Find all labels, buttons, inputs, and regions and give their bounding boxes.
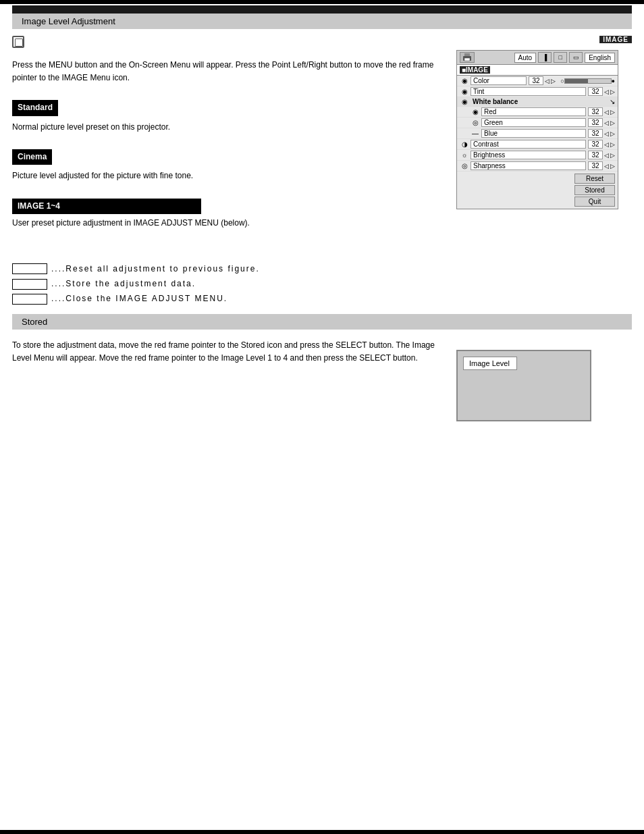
second-left: To store the adjustment data, move the r… [12,336,456,421]
icon-btn-2[interactable]: □ [554,52,567,63]
brightness-num: 32 [588,151,603,159]
wb-label: White balance [471,98,606,105]
legend-dots-3: ....Close the IMAGE ADJUST MENU. [51,292,227,305]
green-row: ◎ Green 32 ◁ ▷ [457,118,618,128]
color-arrow-right[interactable]: ▷ [551,78,556,84]
image-top-tag: IMAGE [599,36,632,43]
main-content: Press the MENU button and the On-Screen … [12,29,632,307]
blue-arrow-right[interactable]: ▷ [610,130,615,137]
progress-bar [564,78,612,84]
contrast-arrow-right[interactable]: ▷ [610,141,615,148]
topbar-left [460,52,475,63]
contrast-value: 32 ◁ ▷ [588,140,615,149]
red-icon: ◉ [471,108,480,115]
second-section-content: To store the adjustment data, move the r… [12,330,632,421]
progress-fill [565,79,588,83]
tint-num: 32 [588,87,603,96]
printer-icon [460,52,475,63]
brightness-value: 32 ◁ ▷ [588,151,615,159]
image-levels-text: User preset picture adjustment in IMAGE … [12,217,443,230]
green-arrow-right[interactable]: ▷ [610,120,615,126]
image-levels-block: IMAGE 1~4 User preset picture adjustment… [12,199,443,230]
stored-button[interactable]: Stored [574,185,615,195]
sharpness-arrow-right[interactable]: ▷ [610,163,615,170]
contrast-label: Contrast [471,140,586,149]
image-tag: ■IMAGE [460,66,490,74]
progress-bar-wrap: ○ ● [560,78,615,84]
legend-box-2 [12,279,47,290]
second-section: Stored To store the adjustment data, mov… [0,314,644,421]
red-arrow-left[interactable]: ◁ [604,109,609,115]
brightness-arrow-left[interactable]: ◁ [604,152,609,159]
red-arrow-right[interactable]: ▷ [610,109,615,115]
top-border [0,0,644,4]
cinema-text: Picture level adjusted for the picture w… [12,170,443,182]
icon-btn-3[interactable]: ▭ [569,52,583,63]
brightness-label: Brightness [471,151,586,159]
blue-value: 32 ◁ ▷ [588,129,615,138]
tint-arrow-left[interactable]: ◁ [604,88,609,95]
color-row: ◉ Color 32 ◁ ▷ ○ ● [457,76,618,86]
right-col: IMAGE Auto ▐ □ ▭ Engl [456,36,632,307]
green-num: 32 [588,118,603,127]
stored-dialog-label: Image Level [463,357,517,370]
icon-btn-1[interactable]: ▐ [538,52,552,63]
green-arrow-left[interactable]: ◁ [604,120,609,126]
red-label: Red [481,107,586,116]
standard-text: Normal picture level preset on this proj… [12,121,443,134]
brightness-arrow-right[interactable]: ▷ [610,152,615,159]
image-menu-title: ■IMAGE [457,65,618,76]
legend-box-1 [12,263,47,274]
svg-rect-1 [464,53,470,56]
blue-num: 32 [588,129,603,138]
red-row: ◉ Red 32 ◁ ▷ [457,107,618,118]
image-menu: Auto ▐ □ ▭ English ■IMAGE ◉ Color [456,50,618,209]
remote-icon-container [12,36,443,55]
menu-bottom-btns: Reset Stored Quit [457,172,618,209]
remote-icon [12,36,24,48]
brightness-icon: ☼ [460,151,469,159]
wb-icon: ◉ [460,98,469,105]
page-wrapper: Image Level Adjustment Press the MENU bu… [0,0,644,834]
color-num: 32 [529,76,543,85]
stored-dialog-area [463,374,585,415]
sub-header2: Stored [12,314,632,330]
color-arrow-left[interactable]: ◁ [545,78,549,84]
red-num: 32 [588,107,603,116]
contrast-num: 32 [588,140,603,149]
contrast-arrow-left[interactable]: ◁ [604,141,609,148]
blue-row: — Blue 32 ◁ ▷ [457,128,618,139]
image-levels-label: IMAGE 1~4 [12,199,201,214]
english-button[interactable]: English [585,53,615,63]
cinema-block: Cinema Picture level adjusted for the pi… [12,145,443,182]
green-icon: ◎ [471,119,480,126]
quit-button[interactable]: Quit [574,197,615,207]
sharpness-icon: ◎ [460,162,469,170]
intro-text: Press the MENU button and the On-Screen … [12,59,443,84]
sharpness-arrow-left[interactable]: ◁ [604,163,609,170]
blue-label: Blue [481,129,586,138]
tint-arrow-right[interactable]: ▷ [610,88,615,95]
tint-row: ◉ Tint 32 ◁ ▷ [457,86,618,97]
sharpness-row: ◎ Sharpness 32 ◁ ▷ [457,161,618,172]
sub-header1: Image Level Adjustment [12,14,632,29]
stored-dialog: Image Level [456,350,591,421]
legend-row-3: ....Close the IMAGE ADJUST MENU. [12,292,443,305]
standard-label: Standard [12,100,58,115]
bottom-border [0,830,644,834]
image-menu-topbar: Auto ▐ □ ▭ English [457,51,618,65]
wb-arrow: ↘ [610,98,615,105]
tint-label: Tint [471,87,586,96]
sharpness-value: 32 ◁ ▷ [588,161,615,170]
blue-arrow-left[interactable]: ◁ [604,130,609,137]
left-col: Press the MENU button and the On-Screen … [12,36,456,307]
white-balance-row: ◉ White balance ↘ [457,97,618,107]
legend-row-2: ....Store the adjustment data. [12,278,443,290]
legend-dots-2: ....Store the adjustment data. [51,278,196,290]
legend-box-3 [12,294,47,305]
sharpness-num: 32 [588,161,603,170]
auto-button[interactable]: Auto [514,53,537,63]
legend-dots-1: ....Reset all adjustment to previous fig… [51,263,260,276]
reset-button[interactable]: Reset [574,174,615,184]
contrast-row: ◑ Contrast 32 ◁ ▷ [457,139,618,150]
